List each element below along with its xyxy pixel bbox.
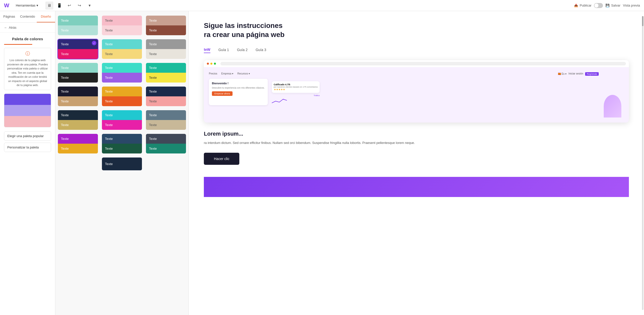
tab-diseno[interactable]: Diseño — [37, 11, 55, 22]
dot-min — [210, 63, 212, 65]
palette-divider — [4, 44, 51, 45]
nav-precios: Precios — [209, 72, 217, 76]
tab-contenido[interactable]: Contenido — [18, 11, 37, 22]
nav-item-guia1[interactable]: Guía 1 — [218, 47, 229, 53]
toolbar-icons: 🖥 📱 ↩ ↪ ▾ — [45, 2, 94, 10]
palette-card-13[interactable]: Texte Texte — [57, 110, 98, 130]
palette-card-2[interactable]: Texte Texte — [101, 15, 142, 36]
browser-sidebar: Calificado 4.7/5 por nuestros clientes b… — [272, 79, 320, 105]
card-17-bottom: Texte — [102, 144, 142, 153]
rating-title: Calificado 4.7/5 — [274, 83, 318, 86]
palette-section: Paleta de colores ⓘ Los colores de tu pá… — [0, 33, 55, 158]
card-5-bottom: Texte — [102, 49, 142, 59]
desktop-view-btn[interactable]: 🖥 — [45, 2, 53, 10]
card-10-bottom: Texte — [58, 96, 98, 106]
card-desc: Descubre tu experiencia con mis diferent… — [212, 86, 265, 90]
preview-nav: teW Guía 1 Guía 2 Guía 3 — [204, 47, 629, 53]
tab-paginas[interactable]: Páginas — [0, 11, 18, 22]
topbar: W Herramientas ▾ 🖥 📱 ↩ ↪ ▾ 📤 Publicar 💾 … — [0, 0, 644, 11]
preview-scroll[interactable]: Sigue las instruccionesra crear una pági… — [189, 11, 644, 315]
lorem-section: Lorem ipsum... ra interdum dictum. Sed o… — [204, 131, 629, 146]
browser-cards: Bienvenido ! Descubre tu experiencia con… — [209, 79, 599, 105]
redo-btn[interactable]: ↪ — [75, 2, 84, 10]
card-13-bottom: Texte — [58, 120, 98, 130]
current-palette-preview — [4, 94, 51, 127]
rating-card: Calificado 4.7/5 por nuestros clientes b… — [272, 81, 320, 93]
card-4-bottom: Texte — [58, 49, 98, 59]
browser-content: Precios Empresa ▾ Recursos ▾ 🇪🇸 Es ▾ Ini… — [204, 67, 629, 123]
card-16-bottom: Texte — [58, 144, 98, 153]
browser-bar — [204, 60, 629, 67]
card-7-top: Texte — [58, 63, 98, 73]
card-15-top: Texte — [146, 110, 186, 120]
palette-card-6[interactable]: Texte Texte — [145, 39, 186, 59]
save-button[interactable]: 💾 Salvar — [605, 4, 620, 7]
mobile-view-btn[interactable]: 📱 — [55, 2, 63, 10]
save-icon: 💾 — [605, 4, 610, 7]
palette-card-16[interactable]: Texte Texte — [57, 133, 98, 154]
palette-card-4[interactable]: Texte Texte ✓ — [57, 39, 98, 59]
card-19-top: Texte — [102, 158, 142, 170]
hacer-clic-btn[interactable]: Hacer clic — [204, 153, 239, 165]
palette-card-14[interactable]: Texte Texte — [101, 110, 142, 130]
card-18-top: Texte — [146, 134, 186, 144]
palette-grid: Texte Texte Texte Texte Texte Texte Text… — [57, 15, 186, 171]
card-9-top: Texte — [146, 63, 186, 73]
card-12-top: Texte — [146, 87, 186, 96]
palette-card-9[interactable]: Texte Texte — [145, 62, 186, 83]
rating-sub: por nuestros clientes basado en 175 come… — [274, 86, 318, 88]
card-11-bottom: Texte — [102, 96, 142, 106]
nav-lang: 🇪🇸 Es ▾ — [558, 72, 566, 76]
palette-card-18[interactable]: Texte Texte — [145, 133, 186, 154]
scrollbar-y[interactable] — [642, 16, 643, 310]
card-8-top: Texte — [102, 63, 142, 73]
card-btn[interactable]: Empezar ahora — [212, 91, 233, 96]
nav-item-guia2[interactable]: Guía 2 — [237, 47, 248, 53]
palette-card-19[interactable]: Texte — [101, 157, 142, 171]
nav-item-guia3[interactable]: Guía 3 — [256, 47, 266, 53]
nav-login: Iniciar sesión — [569, 72, 583, 76]
back-link[interactable]: ← Atrás — [0, 23, 55, 33]
palette-card-17[interactable]: Texte Texte — [101, 133, 142, 154]
chart-label: Tráfico — [272, 94, 320, 97]
palette-card-11[interactable]: Texte Texte — [101, 86, 142, 107]
palette-card-7[interactable]: Texte Texte — [57, 62, 98, 83]
palette-card-3[interactable]: Texte Texte — [145, 15, 186, 36]
palette-title: Paleta de colores — [4, 37, 51, 41]
nav-item-tew[interactable]: teW — [204, 47, 210, 53]
card-1-top: Texte — [58, 16, 98, 25]
publish-icon: 📤 — [574, 4, 578, 7]
palette-card-1[interactable]: Texte Texte — [57, 15, 98, 36]
more-btn[interactable]: ▾ — [86, 2, 94, 10]
main-layout: Páginas Contenido Diseño ← Atrás Paleta … — [0, 11, 644, 315]
preview-heading: Sigue las instruccionesra crear una pági… — [204, 21, 629, 40]
card-7-bottom: Texte — [58, 73, 98, 83]
lorem-text: ra interdum dictum. Sed ornare efficitur… — [204, 140, 629, 146]
undo-btn[interactable]: ↩ — [65, 2, 73, 10]
browser-main: Precios Empresa ▾ Recursos ▾ 🇪🇸 Es ▾ Ini… — [209, 72, 599, 105]
card-6-top: Texte — [146, 39, 186, 49]
dot-close — [207, 63, 209, 65]
choose-popular-btn[interactable]: Elegir una paleta popular — [4, 131, 51, 141]
customize-palette-btn[interactable]: Personalizar la paleta — [4, 143, 51, 152]
palette-preview-swatch — [4, 94, 51, 127]
card-6-bottom: Texte — [146, 49, 186, 59]
herramientas-menu[interactable]: Herramientas ▾ — [14, 3, 40, 8]
preview-inner: Sigue las instruccionesra crear una pági… — [189, 11, 644, 207]
palette-card-15[interactable]: Texte Texte — [145, 110, 186, 130]
palette-card-5[interactable]: Texte Texte — [101, 39, 142, 59]
palette-card-10[interactable]: Texte Texte — [57, 86, 98, 107]
palette-card-8[interactable]: Texte Texte — [101, 62, 142, 83]
traffic-chart — [272, 97, 287, 104]
preview-button[interactable]: Vista previa — [623, 4, 640, 7]
rating-stars: ★★★★★ — [274, 88, 318, 91]
card-2-bottom: Texte — [102, 25, 142, 35]
palette-card-12[interactable]: Texte Texte — [145, 86, 186, 107]
logo: W — [4, 2, 9, 9]
publish-button[interactable]: 📤 Publicar — [574, 4, 591, 7]
card-8-bottom: Texte — [102, 73, 142, 83]
publish-toggle[interactable] — [594, 3, 603, 8]
card-13-top: Texte — [58, 110, 98, 120]
card-16-top: Texte — [58, 134, 98, 144]
scrollbar-thumb — [642, 16, 643, 26]
